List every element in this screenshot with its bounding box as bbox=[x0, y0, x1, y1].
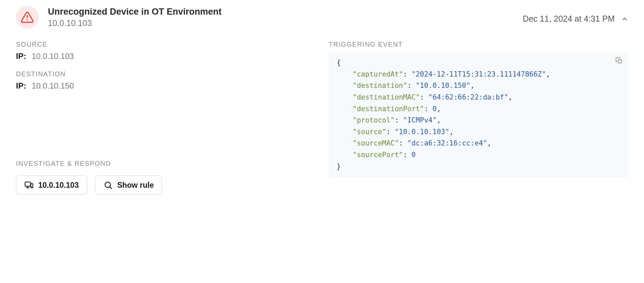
alert-title: Unrecognized Device in OT Environment bbox=[48, 7, 513, 17]
source-ip-row: IP: 10.0.10.103 bbox=[16, 52, 315, 61]
svg-rect-2 bbox=[25, 182, 30, 186]
destination-section: DESTINATION IP: 10.0.10.150 bbox=[16, 70, 315, 100]
destination-ip-label: IP: bbox=[16, 81, 26, 90]
json-content: { "capturedAt": "2024-12-11T15:31:23.111… bbox=[337, 57, 620, 172]
destination-ip-value: 10.0.10.150 bbox=[32, 81, 74, 90]
destination-label: DESTINATION bbox=[16, 70, 315, 78]
alert-timestamp: Dec 11, 2024 at 4:31 PM bbox=[523, 14, 615, 24]
chevron-up-icon bbox=[621, 16, 628, 22]
respond-label: INVESTIGATE & RESPOND bbox=[16, 160, 315, 167]
magnify-icon bbox=[103, 180, 113, 190]
source-ip-label: IP: bbox=[16, 52, 26, 61]
show-rule-button[interactable]: Show rule bbox=[95, 175, 162, 195]
left-column: SOURCE IP: 10.0.10.103 DESTINATION IP: 1… bbox=[16, 41, 315, 195]
destination-ip-row: IP: 10.0.10.150 bbox=[16, 81, 315, 91]
respond-button-row: 10.0.10.103 Show rule bbox=[16, 175, 315, 195]
alert-subtitle: 10.0.10.103 bbox=[48, 18, 513, 28]
triggering-event-label: TRIGGERING EVENT bbox=[329, 41, 628, 48]
alert-header-text: Unrecognized Device in OT Environment 10… bbox=[48, 6, 513, 28]
svg-line-8 bbox=[109, 187, 111, 189]
device-button-label: 10.0.10.103 bbox=[38, 181, 79, 190]
json-code-block: { "capturedAt": "2024-12-11T15:31:23.111… bbox=[329, 52, 628, 177]
device-button[interactable]: 10.0.10.103 bbox=[16, 175, 87, 195]
alert-icon bbox=[16, 6, 39, 29]
source-section: SOURCE IP: 10.0.10.103 bbox=[16, 41, 315, 70]
right-column: TRIGGERING EVENT { "capturedAt": "2024-1… bbox=[329, 41, 628, 195]
alert-body: SOURCE IP: 10.0.10.103 DESTINATION IP: 1… bbox=[16, 41, 628, 195]
show-rule-button-label: Show rule bbox=[117, 181, 154, 190]
source-ip-value: 10.0.10.103 bbox=[32, 52, 74, 61]
devices-icon bbox=[24, 180, 34, 190]
copy-button[interactable] bbox=[614, 56, 624, 67]
svg-rect-9 bbox=[618, 60, 621, 63]
source-label: SOURCE bbox=[16, 41, 315, 48]
collapse-toggle[interactable] bbox=[621, 16, 628, 22]
alert-header: Unrecognized Device in OT Environment 10… bbox=[16, 6, 628, 29]
alert-header-right: Dec 11, 2024 at 4:31 PM bbox=[523, 6, 628, 24]
respond-section: INVESTIGATE & RESPOND 10.0.10.103 bbox=[16, 100, 315, 195]
copy-icon bbox=[615, 57, 623, 64]
